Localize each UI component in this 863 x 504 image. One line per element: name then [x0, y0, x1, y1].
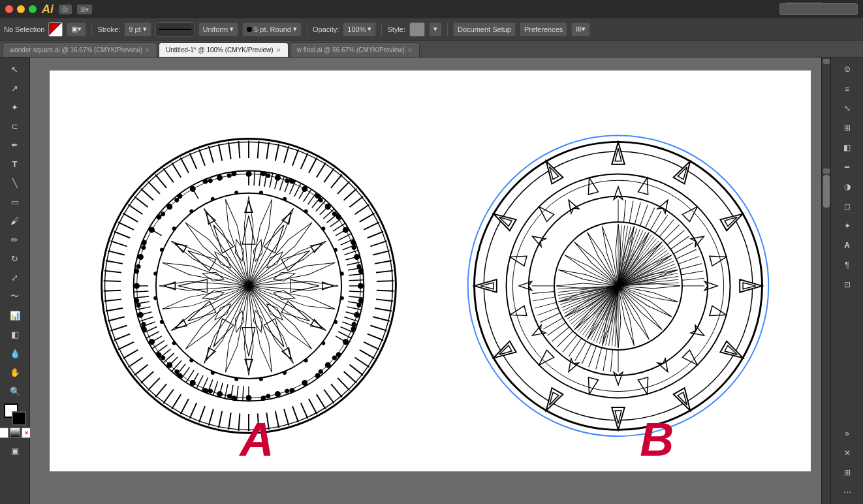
zoom-tool[interactable]: 🔍 — [4, 382, 26, 400]
tab-1-close[interactable]: ✕ — [276, 47, 281, 54]
svg-point-320 — [340, 296, 343, 300]
properties-button[interactable]: ⊙ — [836, 60, 858, 78]
artboard: A B — [50, 71, 811, 471]
lasso-tool[interactable]: ⊂ — [4, 117, 26, 135]
direct-selection-tool[interactable]: ↗ — [4, 79, 26, 97]
gradient-tool[interactable]: ◧ — [4, 325, 26, 343]
minimize-button[interactable] — [17, 5, 25, 13]
panel-expand-button[interactable]: » — [836, 424, 858, 443]
character-button[interactable]: A — [836, 236, 858, 255]
right-panel: ⊙ ≡ ⤡ ⊞ ◧ ━ ◑ ◻ ✦ A ¶ ⊡ » ✕ ⊞ ⋯ — [830, 57, 863, 504]
graph-tool[interactable]: 📊 — [4, 306, 26, 324]
svg-line-61 — [129, 358, 143, 368]
maximize-button[interactable] — [29, 5, 37, 13]
svg-point-329 — [172, 341, 176, 345]
warp-tool[interactable]: 〜 — [4, 287, 26, 306]
view-icon[interactable]: ⊞▾ — [77, 5, 92, 14]
svg-marker-312 — [212, 249, 234, 271]
opacity-value-button[interactable]: 100%▾ — [343, 22, 376, 37]
document-setup-button[interactable]: Document Setup — [453, 22, 516, 37]
close-panel-button[interactable]: ✕ — [836, 444, 858, 462]
stroke-value-button[interactable]: 9 pt▾ — [124, 22, 151, 37]
svg-line-6 — [284, 146, 289, 163]
tab-0-label: wonder square.ai @ 16.67% (CMYK/Preview) — [10, 46, 142, 54]
vertical-scrollbar[interactable] — [821, 57, 830, 504]
transparency-button[interactable]: ◻ — [836, 197, 858, 215]
pencil-tool[interactable]: ✏ — [4, 230, 26, 249]
selection-tool[interactable]: ↖ — [4, 60, 26, 78]
svg-point-158 — [208, 178, 213, 183]
tab-0[interactable]: wonder square.ai @ 16.67% (CMYK/Preview)… — [3, 42, 157, 57]
svg-line-190 — [307, 193, 316, 204]
svg-line-206 — [349, 274, 363, 275]
canvas-area[interactable]: A B — [30, 57, 830, 504]
svg-line-20 — [370, 241, 386, 246]
stroke-type-button[interactable]: Uniform▾ — [198, 22, 239, 37]
style-dropdown[interactable]: ▾ — [429, 22, 442, 37]
pathfinder-button[interactable]: ◧ — [836, 138, 858, 157]
tab-2[interactable]: w final.ai @ 66.67% (CMYK/Preview) ✕ — [290, 42, 420, 57]
svg-marker-306 — [264, 301, 286, 323]
svg-line-21 — [373, 251, 390, 255]
scale-tool[interactable]: ⤢ — [4, 268, 26, 287]
svg-line-53 — [190, 403, 197, 418]
rotate-tool[interactable]: ↻ — [4, 249, 26, 268]
rect-tool[interactable]: ▭ — [4, 193, 26, 211]
svg-line-73 — [108, 251, 125, 255]
svg-point-325 — [259, 377, 262, 381]
svg-line-63 — [118, 342, 134, 350]
svg-line-91 — [238, 141, 240, 158]
svg-line-9 — [309, 157, 317, 172]
arrange-objects-button[interactable]: ⊞ — [836, 464, 858, 482]
magic-wand-tool[interactable]: ✦ — [4, 98, 26, 116]
transform-button[interactable]: ⤡ — [836, 99, 858, 118]
svg-line-75 — [114, 232, 131, 238]
svg-line-83 — [163, 168, 174, 182]
tab-1[interactable]: Untitled-1* @ 100% (CMYK/Preview) ✕ — [159, 42, 289, 57]
appearance-button[interactable]: ✦ — [836, 217, 858, 235]
svg-line-33 — [354, 358, 369, 368]
paragraph-button[interactable]: ¶ — [836, 256, 858, 274]
close-button[interactable] — [5, 5, 13, 13]
paintbrush-tool[interactable]: 🖌 — [4, 212, 26, 230]
svg-point-323 — [304, 358, 308, 363]
artboards-button[interactable]: ⊡ — [836, 276, 858, 294]
style-swatch[interactable] — [409, 22, 425, 37]
svg-line-12 — [331, 174, 342, 187]
tab-0-close[interactable]: ✕ — [145, 47, 150, 54]
color-swatch[interactable] — [48, 22, 63, 37]
fill-mode[interactable] — [0, 428, 8, 438]
svg-marker-298 — [185, 301, 216, 326]
svg-marker-261 — [247, 281, 336, 313]
svg-point-317 — [321, 227, 326, 231]
preferences-button[interactable]: Preferences — [520, 22, 567, 37]
background-color[interactable] — [12, 411, 26, 426]
svg-line-82 — [155, 174, 166, 187]
svg-marker-284 — [245, 360, 253, 371]
type-tool[interactable]: T — [4, 155, 26, 173]
gradient-mode[interactable] — [10, 428, 20, 438]
arrange-button[interactable]: ⊞▾ — [571, 22, 590, 37]
divider-2 — [307, 23, 307, 36]
svg-line-38 — [324, 389, 334, 403]
search-input[interactable] — [779, 3, 858, 15]
gradient-panel-button[interactable]: ◑ — [836, 178, 858, 196]
svg-line-16 — [354, 205, 369, 215]
hand-tool[interactable]: ✋ — [4, 363, 26, 381]
svg-line-74 — [110, 241, 127, 246]
pen-tool[interactable]: ✒ — [4, 136, 26, 154]
eyedropper-tool[interactable]: 💧 — [4, 344, 26, 362]
line-tool[interactable]: ╲ — [4, 174, 26, 192]
cap-type-button[interactable]: 5 pt. Round▾ — [242, 22, 302, 37]
style-label: Style: — [387, 25, 405, 33]
layers-button[interactable]: ≡ — [836, 80, 858, 98]
more-options-button[interactable]: ⋯ — [836, 483, 858, 501]
bridge-icon[interactable]: Br — [59, 5, 72, 14]
align-button[interactable]: ⊞ — [836, 119, 858, 137]
svg-marker-376 — [535, 350, 554, 368]
color-mode-button[interactable]: ▣▾ — [67, 22, 86, 37]
stroke-panel-button[interactable]: ━ — [836, 158, 858, 176]
screen-mode-button[interactable]: ▣ — [4, 441, 26, 460]
svg-line-248 — [134, 291, 149, 292]
tab-2-close[interactable]: ✕ — [407, 47, 413, 54]
